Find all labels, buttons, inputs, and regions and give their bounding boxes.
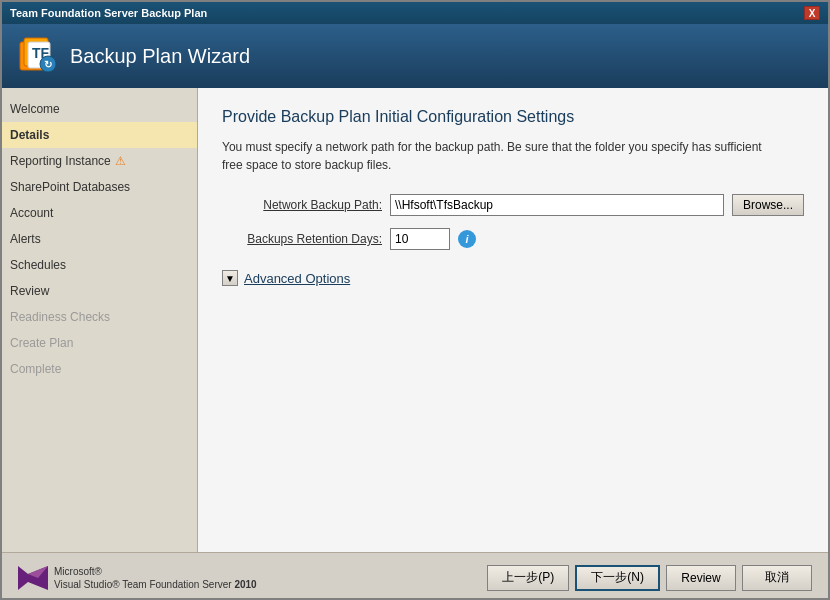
footer: Microsoft® Visual Studio® Team Foundatio…	[2, 552, 828, 600]
retention-days-input[interactable]	[390, 228, 450, 250]
review-button[interactable]: Review	[666, 565, 736, 591]
wizard-icon: TF ↻	[18, 36, 58, 76]
main-layout: Welcome Details Reporting Instance ⚠ Sha…	[2, 88, 828, 552]
next-button[interactable]: 下一步(N)	[575, 565, 660, 591]
network-path-row: Network Backup Path: Browse...	[222, 194, 804, 216]
toggle-arrow-icon: ▼	[222, 270, 238, 286]
sidebar-item-alerts[interactable]: Alerts	[2, 226, 197, 252]
header-title: Backup Plan Wizard	[70, 45, 250, 68]
sidebar-item-schedules[interactable]: Schedules	[2, 252, 197, 278]
retention-days-label: Backups Retention Days:	[222, 232, 382, 246]
title-bar-text: Team Foundation Server Backup Plan	[10, 7, 207, 19]
sidebar-item-details[interactable]: Details	[2, 122, 197, 148]
browse-button[interactable]: Browse...	[732, 194, 804, 216]
advanced-options-toggle[interactable]: ▼ Advanced Options	[222, 266, 804, 290]
network-path-input[interactable]	[390, 194, 724, 216]
sidebar-item-complete: Complete	[2, 356, 197, 382]
sidebar-item-reporting-instance[interactable]: Reporting Instance ⚠	[2, 148, 197, 174]
advanced-options-section: ▼ Advanced Options	[222, 266, 804, 290]
title-bar: Team Foundation Server Backup Plan X	[2, 2, 828, 24]
advanced-options-label: Advanced Options	[244, 271, 350, 286]
sidebar-item-create-plan: Create Plan	[2, 330, 197, 356]
close-button[interactable]: X	[804, 6, 820, 20]
sidebar-item-readiness-checks: Readiness Checks	[2, 304, 197, 330]
content-area: Provide Backup Plan Initial Configuratio…	[198, 88, 828, 552]
sidebar-item-review[interactable]: Review	[2, 278, 197, 304]
info-icon[interactable]: i	[458, 230, 476, 248]
back-button[interactable]: 上一步(P)	[487, 565, 569, 591]
warning-icon: ⚠	[115, 152, 126, 170]
network-path-label: Network Backup Path:	[222, 198, 382, 212]
sidebar-item-welcome[interactable]: Welcome	[2, 96, 197, 122]
footer-buttons: 上一步(P) 下一步(N) Review 取消	[487, 565, 812, 591]
sidebar-item-sharepoint-databases[interactable]: SharePoint Databases	[2, 174, 197, 200]
vs-logo-icon	[18, 566, 48, 590]
content-title: Provide Backup Plan Initial Configuratio…	[222, 108, 804, 126]
sidebar: Welcome Details Reporting Instance ⚠ Sha…	[2, 88, 198, 552]
footer-logo: Microsoft® Visual Studio® Team Foundatio…	[18, 565, 257, 591]
cancel-button[interactable]: 取消	[742, 565, 812, 591]
content-description: You must specify a network path for the …	[222, 138, 782, 174]
footer-logo-text: Microsoft® Visual Studio® Team Foundatio…	[54, 565, 257, 591]
svg-text:↻: ↻	[44, 59, 52, 70]
header-banner: TF ↻ Backup Plan Wizard	[2, 24, 828, 88]
sidebar-item-account[interactable]: Account	[2, 200, 197, 226]
svg-marker-6	[18, 566, 28, 590]
retention-days-row: Backups Retention Days: i	[222, 228, 804, 250]
